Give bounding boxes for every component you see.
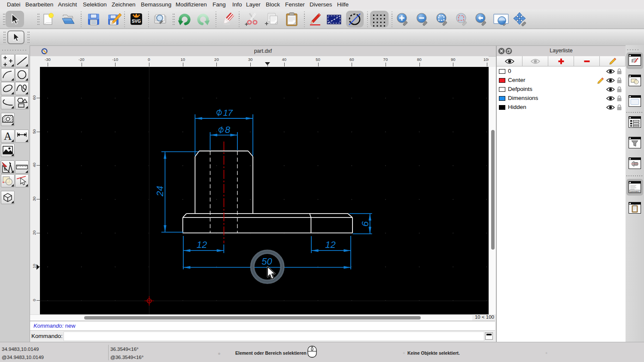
svg-text:SVG: SVG <box>132 19 141 24</box>
svg-text:12: 12 <box>325 239 335 250</box>
svg-text:6: 6 <box>360 221 371 226</box>
svg-text:8: 8 <box>225 124 231 135</box>
svg-text:12: 12 <box>197 239 207 250</box>
svg-text:24: 24 <box>155 186 165 196</box>
svg-text:A: A <box>4 130 12 142</box>
svg-text:command: command <box>630 190 639 193</box>
svg-text:17: 17 <box>223 108 234 118</box>
svg-text:50: 50 <box>261 256 272 267</box>
